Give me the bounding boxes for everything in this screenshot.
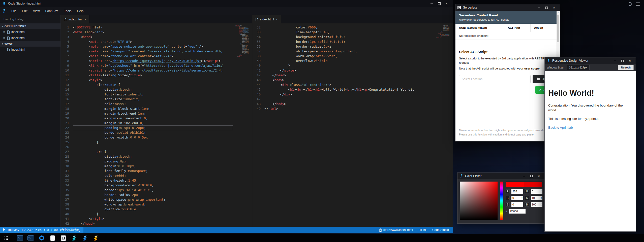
code-line[interactable]: ​	[73, 145, 233, 149]
saturation-gradient[interactable]	[460, 182, 498, 220]
window-titlebar[interactable]: Code Studio - index.html ×	[0, 0, 453, 7]
code-line[interactable]: <head>	[73, 34, 233, 39]
terminal-icon[interactable]: >_	[27, 235, 34, 241]
code-line[interactable]: ​	[264, 97, 434, 101]
refresh-button[interactable]: Refresh	[618, 65, 634, 70]
code-line[interactable]: display:block;	[73, 87, 233, 92]
hex-input[interactable]: ff0000	[509, 209, 526, 214]
code-line[interactable]: line-height:1.45;	[73, 178, 233, 183]
code-line[interactable]: </head>	[73, 221, 233, 226]
code-line[interactable]: border-width:0 0 0 5px	[73, 135, 233, 140]
close-button[interactable]: ×	[535, 174, 543, 179]
code-line[interactable]: <meta name="apple-mobile-web-app-capable…	[73, 44, 233, 49]
tab-index-html[interactable]: index.html ×	[252, 15, 281, 23]
sidebar-item-index.html[interactable]: index.html	[0, 47, 60, 53]
code-line[interactable]: line-height:1.45;	[264, 30, 434, 34]
refresh-spinner-icon[interactable]	[628, 2, 632, 6]
section-header[interactable]: ▾WWW	[0, 41, 60, 47]
channel-input-R[interactable]: 255▲▼	[511, 189, 523, 194]
stepper-icon[interactable]: ▲▼	[522, 197, 523, 199]
channel-input-G[interactable]: 0▲▼	[511, 196, 523, 200]
close-icon[interactable]: ×	[3, 37, 6, 40]
stepper-icon[interactable]: ▲▼	[541, 190, 542, 193]
stepper-icon[interactable]: ▲▼	[522, 203, 523, 206]
menu-tools[interactable]: Tools	[61, 8, 74, 14]
code-line[interactable]: </head>	[264, 73, 434, 78]
menu-edit[interactable]: Edit	[19, 8, 30, 14]
code-line[interactable]: <script src="https://cdnjs.cloudflare.co…	[73, 68, 233, 73]
code-line[interactable]: word-wrap:break-word;	[264, 54, 434, 58]
status-file[interactable]: store:/www/index.html	[379, 228, 413, 232]
code-line[interactable]: <!DOCTYPE html>	[73, 25, 233, 30]
code-area[interactable]: <!DOCTYPE html><html lang="en"> <head> <…	[73, 25, 233, 227]
menu-font-size[interactable]: Font Size	[43, 8, 62, 14]
app-grid-icon[interactable]	[3, 235, 10, 241]
menu-icon[interactable]	[636, 3, 640, 6]
code-line[interactable]: white-space:pre-wrap!important;	[73, 197, 233, 202]
hue-slider[interactable]	[500, 182, 503, 220]
menu-help[interactable]: Help	[74, 8, 86, 14]
code-line[interactable]: background-color:#f9f9f9;	[73, 183, 233, 188]
browser-icon[interactable]	[38, 235, 45, 241]
code-line[interactable]: margin-block-end:1em;	[73, 111, 233, 116]
tab-close-icon[interactable]: ×	[276, 18, 278, 21]
code-studio-cyan-icon[interactable]	[71, 235, 78, 241]
code-studio-blue-icon[interactable]	[81, 235, 88, 241]
code-line[interactable]: <title>Testing Site</title>	[73, 73, 233, 78]
code-line[interactable]: <script src="https://code.jquery.com/jqu…	[73, 58, 233, 63]
code-line[interactable]: <link rel="stylesheet" href="https://cdn…	[73, 63, 233, 68]
code-line[interactable]: word-wrap:break-word;	[73, 202, 233, 207]
back-link[interactable]: Back to Aprintlab	[548, 126, 573, 129]
code-line[interactable]: font-family:monospace;	[73, 168, 233, 173]
code-line[interactable]: }	[73, 140, 233, 145]
stepper-icon[interactable]: ▲▼	[541, 203, 542, 206]
code-line[interactable]: <div class="ui container">	[264, 82, 434, 87]
code-line[interactable]: <body>	[264, 78, 434, 82]
select-location-input[interactable]	[459, 75, 531, 83]
tab-index-html[interactable]: index.html ×	[61, 15, 89, 23]
minimize-button[interactable]	[535, 5, 543, 10]
code-line[interactable]: }	[264, 63, 434, 68]
code-line[interactable]: font-size:inherit;	[73, 97, 233, 101]
code-line[interactable]: border:1px solid #e1e1e1;	[264, 39, 434, 44]
scroll-thumb[interactable]	[557, 15, 559, 42]
status-datetime[interactable]: Thu May 11 2023 21:54:48 GMT+0800 (台北標準時…	[0, 227, 83, 233]
code-line[interactable]: <h1><br></h1><h1>Hello World!<br></h1><p…	[264, 87, 434, 92]
code-line[interactable]: <html lang="en">	[73, 30, 233, 34]
code-line[interactable]: </style>	[264, 68, 434, 73]
code-line[interactable]: </style>	[73, 216, 233, 221]
code-line[interactable]: margin-inline-end:0;	[73, 121, 233, 125]
code-studio-amber-icon[interactable]	[92, 235, 99, 241]
code-line[interactable]: pre {	[73, 149, 233, 154]
code-line[interactable]: }	[73, 212, 233, 216]
channel-input-H[interactable]: 0▲▼	[531, 189, 543, 194]
close-button[interactable]: ×	[626, 58, 634, 63]
code-line[interactable]: </body>	[264, 101, 434, 106]
minimap[interactable]: <!DOCTYPE html><html lang="en"> <head> <…	[235, 25, 249, 227]
code-line[interactable]: border-radius:2px;	[264, 44, 434, 49]
code-line[interactable]: background-color:#f9f9f9;	[264, 34, 434, 39]
close-button[interactable]: ×	[443, 1, 450, 6]
serverless-app-icon[interactable]	[60, 235, 67, 241]
code-line[interactable]: margin-inline-start:0;	[73, 116, 233, 121]
code-line[interactable]: border:solid #b1b1b1;	[73, 130, 233, 135]
channel-input-B[interactable]: 100▲▼	[531, 202, 543, 207]
minimize-button[interactable]	[428, 1, 435, 6]
menu-view[interactable]: View	[30, 8, 43, 14]
terminal-icon[interactable]: >_	[16, 235, 23, 241]
code-line[interactable]: color:#666;	[73, 173, 233, 178]
maximize-button[interactable]	[528, 174, 535, 179]
serverless-titlebar[interactable]: Serverless ×	[455, 4, 560, 11]
code-area[interactable]: color:#666; line-height:1.45; background…	[264, 25, 434, 227]
code-line[interactable]: <style>	[73, 78, 233, 82]
stepper-icon[interactable]: ▲▼	[522, 190, 523, 193]
code-line[interactable]: font-family:inherit;	[73, 92, 233, 97]
close-button[interactable]: ×	[550, 5, 558, 10]
status-app[interactable]: Code Studio	[432, 228, 449, 232]
menu-file[interactable]: File	[9, 8, 19, 14]
minimap[interactable]: color:#666; line-height:1.45; background…	[436, 25, 449, 227]
minimize-button[interactable]	[611, 58, 619, 63]
code-line[interactable]: margin-block-start:1em;	[73, 106, 233, 111]
code-line[interactable]: border:1px solid #e1e1e1;	[73, 188, 233, 192]
code-line[interactable]: color:#999;	[73, 101, 233, 106]
